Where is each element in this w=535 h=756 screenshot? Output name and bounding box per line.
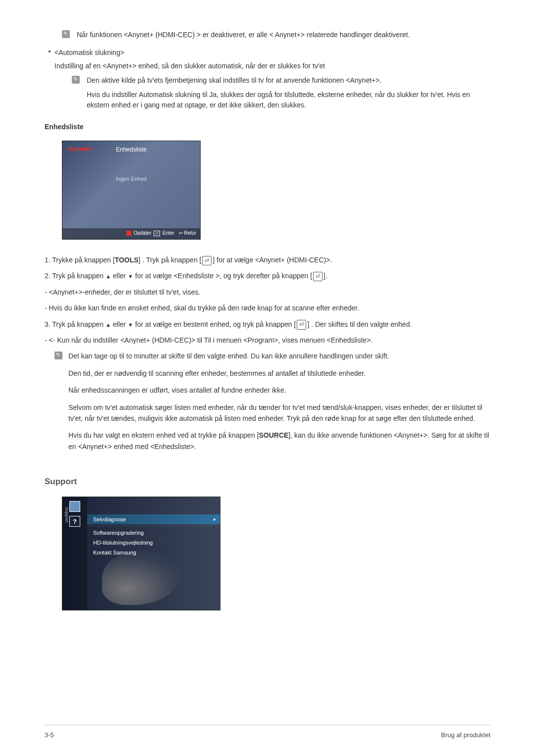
pencil-icon — [54, 352, 62, 359]
support-sidebar: Support ? — [62, 497, 87, 610]
page-section: Brug af produktet — [441, 731, 490, 739]
return-label: Retur — [184, 230, 196, 236]
step-3: 3. Tryk på knappen ▲ eller ▼ for at vælg… — [45, 319, 490, 330]
enter-icon: ⏎ — [297, 320, 306, 330]
up-arrow-icon: ▲ — [106, 321, 111, 327]
support-content: Selvdiagnose Softwareopgradering HD-tils… — [87, 497, 220, 610]
return-icon: ↩ — [179, 230, 183, 236]
note-anynet-disabled: Når funktionen <Anynet+ (HDMI-CEC) > er … — [62, 30, 490, 40]
source-button-label: SOURCE — [259, 431, 288, 439]
note-text: Når funktionen <Anynet+ (HDMI-CEC) > er … — [77, 30, 490, 40]
auto-off-title: <Automatisk slukning> — [54, 48, 490, 58]
enhedsliste-title: Enhedsliste — [116, 146, 147, 153]
anynet-logo: Anynet+ — [67, 145, 93, 152]
note-2: Den tid, der er nødvendig til scanning e… — [68, 368, 490, 379]
auto-off-desc: Indstilling af en <Anynet+> enhed, så de… — [54, 61, 490, 71]
dash-1: - <Anynet+>-enheder, der er tilsluttet t… — [45, 287, 490, 298]
decor-image — [102, 551, 181, 605]
up-arrow-icon: ▲ — [106, 273, 111, 279]
enter-icon: ⏎ — [202, 256, 212, 266]
support-item-softwareopgradering[interactable]: Softwareopgradering — [87, 528, 220, 538]
pencil-icon — [72, 76, 80, 84]
tools-button-label: TOOLS — [115, 256, 139, 264]
enter-icon: ⏎ — [154, 231, 160, 236]
step-2: 2. Tryk på knappen ▲ eller ▼ for at vælg… — [45, 270, 490, 281]
step-1: 1. Trykke på knappen [TOOLS] . Tryk på k… — [45, 254, 490, 265]
support-item-kontakt-samsung[interactable]: Kontakt Samsung — [87, 548, 220, 557]
enter-label: Enter — [162, 230, 174, 236]
enter-icon: ⏎ — [313, 272, 322, 282]
page-number: 3-5 — [45, 731, 54, 739]
page-footer: 3-5 Brug af produktet — [45, 725, 490, 739]
down-arrow-icon: ▼ — [128, 273, 133, 279]
support-item-selvdiagnose[interactable]: Selvdiagnose — [87, 514, 220, 524]
note-4: Selvom om tv'et automatisk søger listen … — [68, 402, 490, 424]
down-arrow-icon: ▼ — [128, 321, 133, 327]
dash-3: - <- Kun når du indstiller <Anynet+ (HDM… — [45, 335, 490, 346]
enhedsliste-footer: Opdater ⏎ Enter ↩ Retur — [62, 228, 200, 239]
update-label: Opdater — [133, 230, 151, 236]
picture-icon — [69, 501, 80, 512]
notes-block: Det kan tage op til to minutter at skift… — [54, 351, 490, 452]
pencil-icon — [62, 30, 70, 38]
auto-off-note2: Hvis du indstiller Automatisk slukning t… — [87, 90, 490, 110]
support-side-label: Support — [64, 507, 69, 523]
support-heading: Support — [45, 477, 490, 487]
auto-off-note1: Den aktive kilde på tv'ets fjernbetjenin… — [87, 75, 490, 86]
support-screenshot: Support ? Selvdiagnose Softwareopgraderi… — [62, 497, 220, 610]
dash-2: - Hvis du ikke kan finde en ønsket enhed… — [45, 302, 490, 313]
support-item-hd-tilslutning[interactable]: HD-tilslutningsvejledning — [87, 538, 220, 548]
red-square-icon — [126, 231, 131, 236]
auto-off-note: Den aktive kilde på tv'ets fjernbetjenin… — [72, 75, 490, 110]
note-5: Hvis du har valgt en ekstern enhed ved a… — [68, 430, 490, 452]
question-icon: ? — [69, 516, 80, 527]
enhedsliste-screenshot: Anynet+ Enhedsliste Ingen Enhed Opdater … — [62, 141, 201, 240]
auto-off-item: • <Automatisk slukning> Indstilling af e… — [45, 48, 490, 71]
enhedsliste-empty: Ingen Enhed — [116, 176, 147, 182]
enhedsliste-heading: Enhedsliste — [45, 123, 490, 131]
note-3: Når enhedsscanningen er udført, vises an… — [68, 385, 490, 396]
note-1: Det kan tage op til to minutter at skift… — [68, 351, 490, 361]
